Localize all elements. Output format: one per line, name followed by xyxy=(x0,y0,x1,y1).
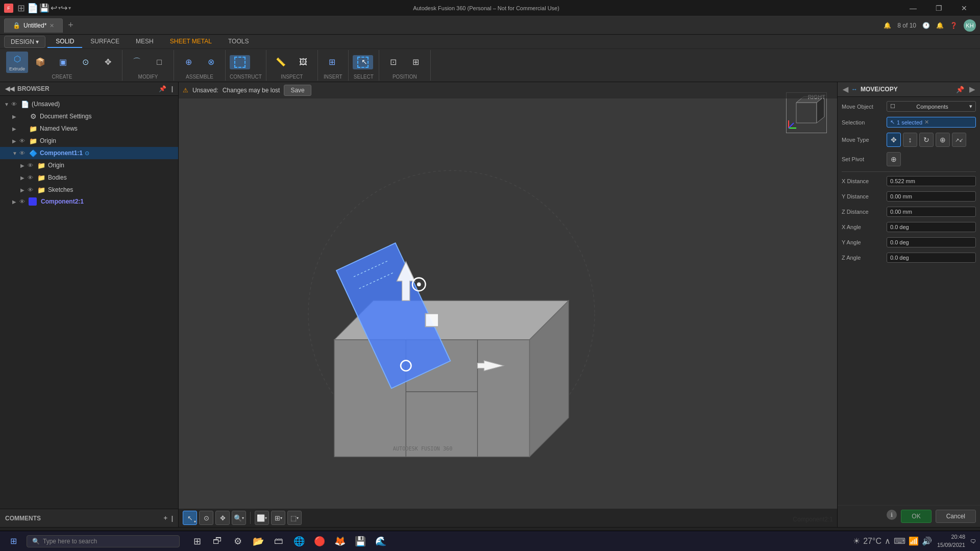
c1-toggle[interactable]: ▼ xyxy=(12,151,19,156)
explorer-icon[interactable]: 📂 xyxy=(249,532,267,550)
panel-expand-arrow[interactable]: ▶ xyxy=(969,85,975,93)
tree-item-c1-sketches[interactable]: ▶ 👁 📁 Sketches xyxy=(0,184,178,196)
move-type-extra-btn[interactable]: ↗↙ xyxy=(952,133,966,147)
measure-button[interactable]: 📏 xyxy=(271,55,291,70)
joint-button[interactable]: ⊕ xyxy=(178,55,199,70)
y-dist-input[interactable] xyxy=(887,191,976,202)
undo-icon[interactable]: ↩ xyxy=(51,3,57,13)
display-mode-btn[interactable]: ⬜ ▾ xyxy=(255,511,269,525)
tree-item-c1-origin[interactable]: ▶ 👁 📁 Origin xyxy=(0,159,178,171)
browser-pin-icon[interactable]: 📌 xyxy=(159,85,166,92)
active-tab[interactable]: 🔒 Untitled* ✕ xyxy=(4,18,63,33)
c1o-eye[interactable]: 👁 xyxy=(28,162,36,168)
section-button[interactable]: 🖼 xyxy=(293,55,313,70)
minimize-button[interactable]: — xyxy=(901,0,925,16)
new-component-button[interactable]: 📦 xyxy=(30,55,51,70)
selection-input[interactable]: ↖ 1 selected ✕ xyxy=(887,117,976,128)
doc-toggle[interactable]: ▶ xyxy=(12,114,19,119)
zoom-btn[interactable]: 🔍 ▾ xyxy=(232,511,246,525)
select-mode-btn[interactable]: ↖ ▾ xyxy=(183,511,197,525)
help-icon[interactable]: ❓ xyxy=(950,22,958,29)
edge-icon[interactable]: 🌊 xyxy=(372,532,390,550)
move-type-along-btn[interactable]: ↕ xyxy=(903,133,917,147)
tab-tools[interactable]: TOOLS xyxy=(220,36,257,48)
root-toggle[interactable]: ▼ xyxy=(4,102,11,107)
user-avatar[interactable]: KH xyxy=(964,19,976,32)
tab-close-button[interactable]: ✕ xyxy=(50,22,54,29)
search-bar[interactable]: 🔍 Type here to search xyxy=(27,535,180,547)
info-button[interactable]: ℹ xyxy=(887,510,897,520)
redo-icon[interactable]: ↪ xyxy=(61,3,67,13)
new-file-icon[interactable]: 📄 xyxy=(27,3,38,14)
panel-collapse-arrow[interactable]: ◀ xyxy=(843,85,848,93)
move-type-point-btn[interactable]: ⊕ xyxy=(936,133,950,147)
tab-solid[interactable]: SOLID xyxy=(47,36,82,48)
tree-item-root[interactable]: ▼ 👁 📄 (Unsaved) xyxy=(0,98,178,110)
c1-eye[interactable]: 👁 xyxy=(19,150,28,156)
x-angle-input[interactable] xyxy=(887,222,976,232)
extrude-button[interactable]: ⬡ Extrude xyxy=(6,52,28,73)
new-tab-button[interactable]: + xyxy=(68,20,74,31)
panel-pin[interactable]: 📌 xyxy=(956,86,964,93)
app-menu-icon[interactable]: ⊞ xyxy=(17,3,25,14)
extrude-btn2[interactable]: ▣ xyxy=(53,55,73,70)
move-type-rotate-btn[interactable]: ↻ xyxy=(919,133,934,147)
firefox-icon[interactable]: 🦊 xyxy=(331,532,349,550)
position-button2[interactable]: ⊞ xyxy=(406,55,426,70)
shell-button[interactable]: □ xyxy=(149,55,169,70)
comments-add-icon[interactable]: ＋ xyxy=(162,514,168,522)
revolve-button[interactable]: ⊙ xyxy=(75,55,95,70)
tree-item-doc-settings[interactable]: ▶ 👁 ⚙ Document Settings xyxy=(0,110,178,122)
move-object-dropdown[interactable]: ☐ Components ▾ xyxy=(887,101,976,112)
volume-icon[interactable]: 🔊 xyxy=(922,536,932,546)
save-icon[interactable]: 💾 xyxy=(39,3,50,13)
c2-eye[interactable]: 👁 xyxy=(19,198,28,205)
fillet-button[interactable]: ⌒ xyxy=(127,55,147,70)
tree-item-c1-bodies[interactable]: ▶ 👁 📁 Bodies xyxy=(0,171,178,184)
chromebook-icon[interactable]: 🔴 xyxy=(310,532,329,550)
position-button1[interactable]: ⊡ xyxy=(383,55,404,70)
close-button[interactable]: ✕ xyxy=(952,0,976,16)
ok-button[interactable]: OK xyxy=(901,510,931,523)
tray-up-icon[interactable]: ∧ xyxy=(885,536,891,546)
taskview-icon[interactable]: ⊞ xyxy=(188,532,206,550)
c1s-eye[interactable]: 👁 xyxy=(28,187,36,193)
archive-icon[interactable]: 🗃 xyxy=(270,532,288,550)
y-angle-input[interactable] xyxy=(887,237,976,247)
save-button[interactable]: Save xyxy=(284,85,311,96)
set-pivot-button[interactable]: ⊕ xyxy=(887,152,901,166)
maximize-button[interactable]: ❐ xyxy=(927,0,950,16)
tree-item-component1[interactable]: ▼ 👁 🔷 Component1:1 ⊙ xyxy=(0,147,178,159)
cancel-button[interactable]: Cancel xyxy=(936,510,976,523)
z-dist-input[interactable] xyxy=(887,207,976,217)
joint2-button[interactable]: ⊗ xyxy=(201,55,221,70)
sidebar-collapse-icon[interactable]: ◀◀ xyxy=(5,85,14,92)
insert-button[interactable]: ⊞ xyxy=(322,55,342,70)
browser-close-icon[interactable]: | xyxy=(172,85,173,92)
x-dist-input[interactable] xyxy=(887,176,976,186)
tab-surface[interactable]: SURFACE xyxy=(82,36,128,48)
move-button[interactable]: ✥ xyxy=(97,55,118,70)
fusion-icon[interactable]: 💾 xyxy=(351,532,370,550)
origin-toggle[interactable]: ▶ xyxy=(12,138,19,144)
widgets-icon[interactable]: 🗗 xyxy=(208,532,227,550)
z-angle-input[interactable] xyxy=(887,253,976,263)
origin-eye[interactable]: 👁 xyxy=(19,138,28,144)
notification-center-icon[interactable]: 🗨 xyxy=(970,538,976,544)
viewport[interactable]: ⚠ Unsaved: Changes may be lost Save xyxy=(179,82,837,527)
tree-item-component2[interactable]: ▶ 👁 Component2:1 xyxy=(0,196,178,207)
c2-toggle[interactable]: ▶ xyxy=(12,199,19,205)
move-type-free-btn[interactable]: ✥ xyxy=(887,133,901,147)
tab-sheetmetal[interactable]: SHEET METAL xyxy=(162,36,220,48)
c1s-toggle[interactable]: ▶ xyxy=(20,187,28,193)
chrome-icon[interactable]: 🌐 xyxy=(290,532,308,550)
network-icon[interactable]: 📶 xyxy=(909,536,919,546)
orientation-cube[interactable]: RIGHT xyxy=(786,92,827,133)
grid-btn[interactable]: ⊞ ▾ xyxy=(271,511,285,525)
c1o-toggle[interactable]: ▶ xyxy=(20,163,28,168)
design-dropdown[interactable]: DESIGN ▾ xyxy=(4,36,45,48)
settings-icon[interactable]: ⚙ xyxy=(229,532,247,550)
tree-item-named-views[interactable]: ▶ 👁 📁 Named Views xyxy=(0,122,178,135)
orbit-btn[interactable]: ⊙ xyxy=(199,511,213,525)
tree-item-origin[interactable]: ▶ 👁 📁 Origin xyxy=(0,135,178,147)
